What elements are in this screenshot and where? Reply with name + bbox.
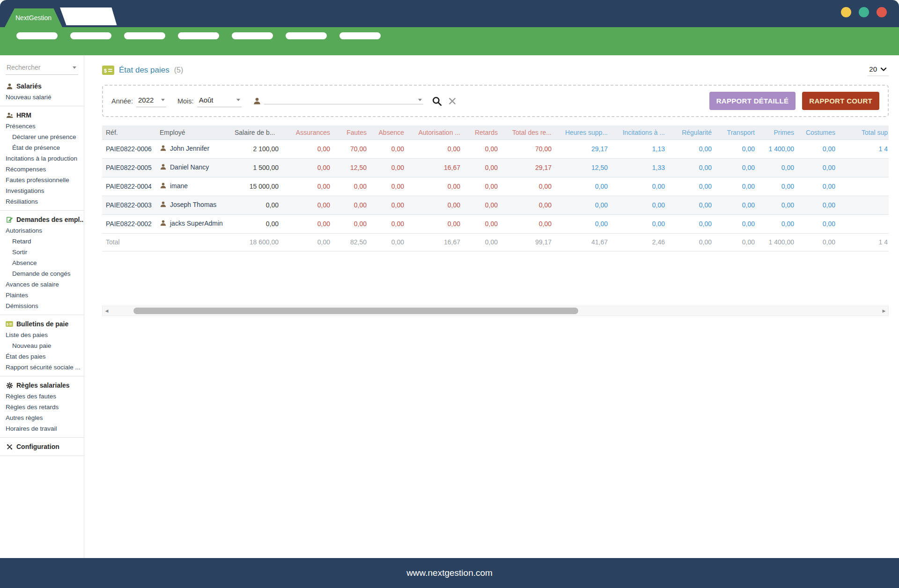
brand-name: NextGestion	[15, 14, 52, 22]
column-header[interactable]: Heures supp...	[555, 125, 612, 140]
page-size-select[interactable]: 20	[867, 64, 889, 76]
sidebar-section-title[interactable]: Configuration	[0, 441, 84, 452]
sidebar-section-title[interactable]: Règles salariales	[0, 380, 84, 391]
column-header[interactable]: Total des re...	[501, 125, 555, 140]
column-header[interactable]: Régularité	[669, 125, 715, 140]
column-header[interactable]: Costumes	[798, 125, 839, 140]
column-header[interactable]: Incitations à ...	[612, 125, 669, 140]
ref-cell: PAIE0822-0005	[102, 158, 156, 177]
column-header[interactable]: Autorisation ...	[408, 125, 464, 140]
value-cell: 0,00	[282, 214, 334, 233]
table-row[interactable]: PAIE0822-0005Daniel Nancy1 500,000,0012,…	[102, 158, 889, 177]
sidebar-item[interactable]: Retard	[0, 236, 84, 247]
person-icon	[160, 201, 167, 209]
nav-pill[interactable]	[178, 32, 219, 39]
sidebar-item[interactable]: Horaires de travail	[0, 423, 84, 434]
value-cell: 0,00	[370, 214, 408, 233]
sidebar-section-label: Salariés	[16, 82, 42, 90]
scrollbar-thumb[interactable]	[133, 308, 578, 314]
sidebar-item[interactable]: État de présence	[0, 142, 84, 153]
column-header[interactable]: Employé	[156, 125, 231, 140]
detailed-report-button[interactable]: RAPPORT DÉTAILLÉ	[709, 92, 796, 110]
scroll-right-arrow[interactable]: ▶	[880, 309, 888, 313]
employee-select[interactable]	[264, 98, 423, 104]
sidebar-item[interactable]: Règles des retards	[0, 402, 84, 412]
sidebar-item[interactable]: Autorisations	[0, 225, 84, 236]
nav-pill[interactable]	[124, 32, 165, 39]
sidebar-section-title[interactable]: HRM	[0, 110, 84, 121]
page-size-value: 20	[869, 65, 877, 73]
sidebar-item[interactable]: Incitations à la production	[0, 153, 84, 164]
divider	[0, 456, 84, 456]
column-header[interactable]: Total sup	[839, 125, 889, 140]
nav-pill[interactable]	[70, 32, 111, 39]
sidebar-item[interactable]: Nouveau salarié	[0, 92, 84, 103]
sidebar-item[interactable]: Déclarer une présence	[0, 132, 84, 142]
value-cell: 1 4	[839, 140, 889, 158]
sidebar-item[interactable]: Liste des paies	[0, 330, 84, 340]
value-cell: 0,00	[715, 196, 759, 214]
month-label: Mois:	[177, 97, 194, 105]
nav-pill[interactable]	[232, 32, 273, 39]
brand-tab[interactable]: NextGestion	[5, 8, 62, 27]
total-value-cell: 82,50	[334, 233, 370, 251]
sidebar-item[interactable]: Présences	[0, 121, 84, 132]
secondary-tab[interactable]	[60, 7, 118, 25]
clear-icon[interactable]	[448, 97, 457, 105]
table-row[interactable]: PAIE0822-0006John Jennifer2 100,000,0070…	[102, 140, 889, 158]
chevron-down-icon	[73, 66, 76, 69]
sidebar-item[interactable]: Résiliations	[0, 196, 84, 207]
sidebar-item[interactable]: Rapport sécurité sociale ...	[0, 362, 84, 373]
sidebar-item[interactable]: Démissions	[0, 301, 84, 311]
sidebar-search[interactable]: Rechercher	[6, 62, 78, 75]
column-header[interactable]: Primes	[759, 125, 798, 140]
table-row[interactable]: PAIE0822-0003Joseph Thomas0,000,000,000,…	[102, 196, 889, 214]
value-cell: 0,00	[555, 214, 612, 233]
sidebar-item[interactable]: Règles des fautes	[0, 391, 84, 402]
minimize-dot[interactable]	[841, 7, 851, 17]
search-icon[interactable]	[432, 96, 442, 106]
column-header[interactable]: Salaire de b...	[231, 125, 282, 140]
employee-cell: imane	[156, 177, 231, 196]
sidebar-item[interactable]: État des paies	[0, 351, 84, 362]
sidebar-section-title[interactable]: Demandes des empl...	[0, 214, 84, 225]
sidebar-item[interactable]: Autres règles	[0, 412, 84, 423]
sidebar-item[interactable]: Investigations	[0, 185, 84, 196]
column-header[interactable]: Assurances	[282, 125, 334, 140]
close-dot[interactable]	[877, 7, 887, 17]
scrollbar-track[interactable]	[111, 306, 880, 316]
value-cell: 70,00	[334, 140, 370, 158]
sidebar-item[interactable]: Absence	[0, 257, 84, 268]
short-report-button[interactable]: RAPPORT COURT	[802, 92, 879, 110]
horizontal-scrollbar[interactable]: ◀ ▶	[102, 306, 889, 316]
sidebar-item[interactable]: Récompenses	[0, 164, 84, 175]
sidebar-item[interactable]: Fautes professionnelle	[0, 175, 84, 185]
column-header[interactable]: Retards	[464, 125, 501, 140]
year-select[interactable]: 2022	[136, 95, 166, 107]
column-header[interactable]: Absence	[370, 125, 408, 140]
nav-pill[interactable]	[286, 32, 327, 39]
nav-pill[interactable]	[16, 32, 58, 39]
sidebar-item[interactable]: Avances de salaire	[0, 279, 84, 290]
month-select[interactable]: Août	[197, 95, 242, 107]
person-icon	[160, 182, 167, 191]
sidebar-item[interactable]: Plaintes	[0, 290, 84, 301]
nav-pill[interactable]	[339, 32, 381, 39]
column-header[interactable]: Transport	[715, 125, 759, 140]
sidebar-section-title[interactable]: $Bulletins de paie	[0, 318, 84, 330]
maximize-dot[interactable]	[859, 7, 869, 17]
scroll-left-arrow[interactable]: ◀	[103, 309, 111, 313]
record-count: (5)	[174, 66, 184, 74]
sidebar-item[interactable]: Sortir	[0, 247, 84, 257]
sidebar-section-title[interactable]: Salariés	[0, 81, 84, 92]
value-cell: 0,00	[408, 177, 464, 196]
table-row[interactable]: PAIE0822-0004imane15 000,000,000,000,000…	[102, 177, 889, 196]
column-header[interactable]: Fautes	[334, 125, 370, 140]
table-row[interactable]: PAIE0822-0002jacks SuperAdmin0,000,000,0…	[102, 214, 889, 233]
column-header[interactable]: Réf.	[102, 125, 156, 140]
sidebar-section-label: Demandes des empl...	[16, 216, 84, 223]
sidebar-item[interactable]: Demande de congés	[0, 268, 84, 279]
value-cell: 0,00	[231, 214, 282, 233]
ref-cell: PAIE0822-0006	[102, 140, 156, 158]
sidebar-item[interactable]: Nouveau paie	[0, 340, 84, 351]
